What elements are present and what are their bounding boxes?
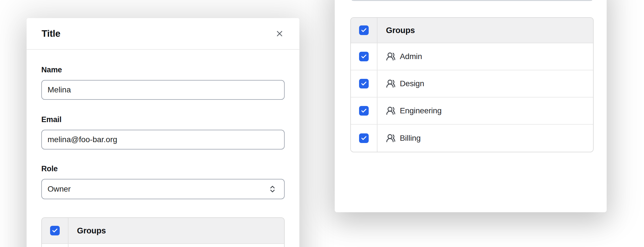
row-checkbox[interactable] — [359, 79, 369, 88]
user-edit-modal: Title Name Email Role Owner Groups — [27, 18, 299, 247]
chevron-up-down-icon — [268, 184, 277, 194]
group-row-label: Design — [400, 79, 424, 88]
groups-header-label: Groups — [68, 218, 284, 243]
email-label: Email — [41, 115, 285, 124]
users-icon — [386, 133, 396, 143]
check-icon — [361, 27, 367, 33]
header-checkbox-cell — [42, 218, 68, 243]
groups-panel: Groups Admin — [335, 0, 607, 212]
close-button[interactable] — [273, 27, 286, 40]
check-icon — [361, 135, 367, 141]
select-all-checkbox[interactable] — [50, 226, 60, 235]
check-icon — [361, 53, 367, 60]
table-row — [42, 244, 284, 247]
table-row-engineering: Engineering — [351, 97, 593, 125]
select-all-checkbox[interactable] — [359, 25, 369, 35]
users-icon — [386, 106, 396, 116]
role-select-value: Owner — [48, 185, 71, 194]
row-checkbox[interactable] — [359, 133, 369, 143]
role-select-cutoff[interactable] — [350, 0, 594, 1]
users-icon — [386, 52, 396, 61]
modal-header: Title — [27, 18, 299, 50]
modal-groups-table: Groups — [41, 217, 285, 247]
groups-header-label: Groups — [377, 18, 593, 43]
check-icon — [52, 227, 58, 234]
name-label: Name — [41, 65, 285, 74]
users-icon — [386, 79, 396, 88]
panel-groups-table-header: Groups — [351, 18, 593, 43]
modal-title: Title — [42, 28, 273, 39]
check-icon — [361, 81, 367, 87]
table-row-billing: Billing — [351, 125, 593, 152]
panel-groups-table: Groups Admin — [350, 17, 594, 152]
header-checkbox-cell — [351, 18, 377, 43]
table-row-admin: Admin — [351, 43, 593, 70]
check-icon — [361, 108, 367, 114]
x-icon — [275, 29, 284, 38]
groups-panel-body: Groups Admin — [335, 0, 607, 212]
row-checkbox[interactable] — [359, 106, 369, 116]
role-label: Role — [41, 164, 285, 173]
name-input[interactable] — [41, 80, 285, 100]
email-input[interactable] — [41, 130, 285, 150]
row-checkbox[interactable] — [359, 52, 369, 61]
table-row-design: Design — [351, 70, 593, 97]
modal-groups-table-header: Groups — [42, 218, 284, 244]
modal-body: Name Email Role Owner Groups — [27, 50, 299, 247]
role-select[interactable]: Owner — [41, 179, 285, 199]
group-row-label: Billing — [400, 134, 421, 143]
group-row-label: Engineering — [400, 106, 442, 115]
group-row-label: Admin — [400, 52, 422, 61]
